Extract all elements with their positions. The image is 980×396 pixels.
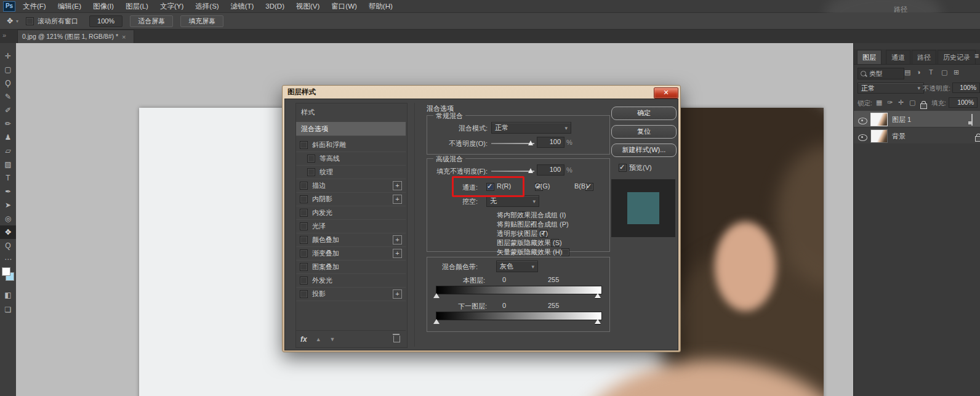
zoom-tool[interactable]: Q (0, 239, 16, 253)
screen-mode-tool[interactable]: ❏ (0, 303, 16, 317)
underlying-layer-left-handle[interactable] (433, 319, 440, 324)
lock-move-icon[interactable]: ✛ (898, 99, 904, 107)
dialog-close-button[interactable]: ✕ (654, 87, 678, 99)
fx-menu-icon[interactable]: fx (300, 335, 307, 344)
style-checkbox[interactable] (307, 155, 315, 163)
layer-thumbnail[interactable] (870, 113, 888, 126)
panel-menu-icon[interactable]: ≡ (974, 52, 979, 60)
style-item-stroke[interactable]: 描边+ (296, 179, 406, 193)
blend-if-channel-select[interactable]: 灰色 (496, 261, 538, 272)
fit-screen-button[interactable]: 适合屏幕 (130, 15, 173, 27)
marquee-tool[interactable]: ▢ (0, 63, 16, 76)
visibility-eye-icon[interactable] (858, 134, 867, 141)
ok-button[interactable]: 确定 (611, 107, 677, 120)
add-instance-icon[interactable]: + (393, 235, 402, 244)
filter-shape-icon[interactable]: ▢ (941, 68, 947, 76)
style-checkbox[interactable] (300, 263, 308, 271)
tab-layers[interactable]: 图层 (857, 50, 882, 65)
lock-transparency-icon[interactable]: ▦ (876, 99, 882, 107)
blend-mode-select[interactable]: 正常 (491, 122, 571, 134)
preview-checkbox[interactable] (619, 164, 627, 172)
menu-window[interactable]: 窗口(W) (331, 2, 357, 11)
tab-paths[interactable]: 路径 (912, 50, 936, 65)
zoom-value-field[interactable]: 100% (89, 15, 122, 27)
underlying-layer-gradient-bar[interactable] (436, 312, 602, 320)
this-layer-right-handle[interactable] (595, 293, 601, 298)
style-checkbox[interactable] (300, 141, 308, 149)
foreground-color-swatch[interactable] (2, 267, 10, 276)
style-item-gradient-overlay[interactable]: 渐变叠加+ (296, 246, 406, 261)
quick-selection-tool[interactable]: ✎ (0, 90, 16, 103)
dock-collapse-icon[interactable]: » (2, 31, 6, 39)
style-item-outer-glow[interactable]: 外发光 (296, 273, 406, 288)
fill-opacity-value-field[interactable]: 100 (537, 164, 564, 176)
layer-name[interactable]: 图层 1 (892, 115, 911, 124)
style-checkbox[interactable] (300, 290, 308, 298)
style-item-drop-shadow[interactable]: 投影+ (296, 287, 406, 301)
new-style-button[interactable]: 新建样式(W)... (611, 143, 677, 157)
menu-edit[interactable]: 编辑(E) (58, 2, 81, 11)
gradient-tool[interactable]: ▨ (0, 158, 16, 171)
lasso-tool[interactable]: Ϙ (0, 76, 16, 90)
pen-tool[interactable]: ✒ (0, 185, 16, 198)
fill-screen-button[interactable]: 填充屏幕 (180, 15, 223, 27)
tab-close-icon[interactable]: × (122, 33, 126, 41)
shape-tool[interactable]: ◎ (0, 212, 16, 225)
fill-opacity-slider-thumb[interactable] (528, 168, 533, 173)
style-checkbox[interactable] (300, 209, 308, 217)
style-item-bevel-emboss[interactable]: 斜面和浮雕 (296, 138, 406, 152)
layer-row-background[interactable]: 背景 (854, 127, 980, 143)
lock-artboard-icon[interactable]: ▢ (909, 99, 915, 107)
opacity-value-field[interactable]: 100 (537, 137, 564, 148)
tab-channels[interactable]: 通道 (886, 50, 910, 65)
add-instance-icon[interactable]: + (393, 249, 402, 258)
layer-thumbnail[interactable] (870, 129, 888, 143)
style-item-inner-glow[interactable]: 内发光 (296, 206, 406, 220)
layer-filter-field[interactable]: 类型 (857, 68, 904, 79)
style-checkbox[interactable] (307, 168, 315, 176)
underlying-layer-right-handle[interactable] (595, 319, 601, 324)
brush-tool[interactable]: ✏ (0, 117, 16, 131)
menu-type[interactable]: 文字(Y) (160, 2, 183, 11)
style-checkbox[interactable] (300, 249, 308, 257)
style-checkbox[interactable] (300, 236, 308, 244)
reset-button[interactable]: 复位 (611, 125, 677, 139)
style-item-contour[interactable]: 等高线 (296, 152, 406, 166)
hand-tool[interactable]: ✥ (0, 225, 16, 239)
filter-type-icon[interactable]: T (929, 68, 933, 76)
style-item-satin[interactable]: 光泽 (296, 219, 406, 233)
menu-select[interactable]: 选择(S) (195, 2, 219, 11)
style-item-blending-options[interactable]: 混合选项 (296, 122, 406, 136)
filter-image-icon[interactable]: ▤ (904, 68, 910, 76)
document-tab[interactable]: 0.jpg @ 121% (图层 1, RGB/8#) * × (17, 30, 134, 44)
menu-filter[interactable]: 滤镜(T) (231, 2, 254, 11)
menu-help[interactable]: 帮助(H) (369, 2, 393, 11)
menu-file[interactable]: 文件(F) (23, 2, 46, 11)
filter-adjustment-icon[interactable]: ◑ (917, 68, 921, 76)
eraser-tool[interactable]: ▱ (0, 144, 16, 158)
visibility-eye-icon[interactable] (858, 118, 867, 124)
add-instance-icon[interactable]: + (393, 181, 402, 190)
layer-row-selected[interactable]: 图层 1 (854, 111, 980, 127)
move-down-icon[interactable]: ▼ (330, 336, 335, 342)
fill-value[interactable]: 100% (949, 97, 978, 108)
clone-stamp-tool[interactable]: ♟ (0, 131, 16, 144)
add-instance-icon[interactable]: + (393, 195, 402, 204)
style-item-inner-shadow[interactable]: 内阴影+ (296, 192, 406, 206)
move-up-icon[interactable]: ▲ (316, 336, 321, 342)
style-checkbox[interactable] (300, 277, 308, 285)
menu-view[interactable]: 视图(V) (296, 2, 319, 11)
style-item-pattern-overlay[interactable]: 图案叠加 (296, 260, 406, 274)
panel-opacity-value[interactable]: 100% (952, 83, 980, 93)
hand-tool-icon[interactable]: ✥ (4, 14, 16, 28)
layer-name[interactable]: 背景 (892, 132, 906, 141)
eyedropper-tool[interactable]: ✐ (0, 103, 16, 117)
lock-paint-icon[interactable]: ✑ (887, 99, 893, 107)
more-tools-icon[interactable]: ⋯ (0, 253, 16, 266)
type-tool[interactable]: T (0, 171, 16, 185)
style-checkbox[interactable] (300, 222, 308, 230)
scroll-all-windows-checkbox[interactable] (26, 17, 34, 25)
path-select-tool[interactable]: ➤ (0, 198, 16, 212)
lock-all-icon[interactable] (920, 103, 927, 109)
layer-blend-mode-select[interactable]: 正常 (857, 83, 924, 94)
